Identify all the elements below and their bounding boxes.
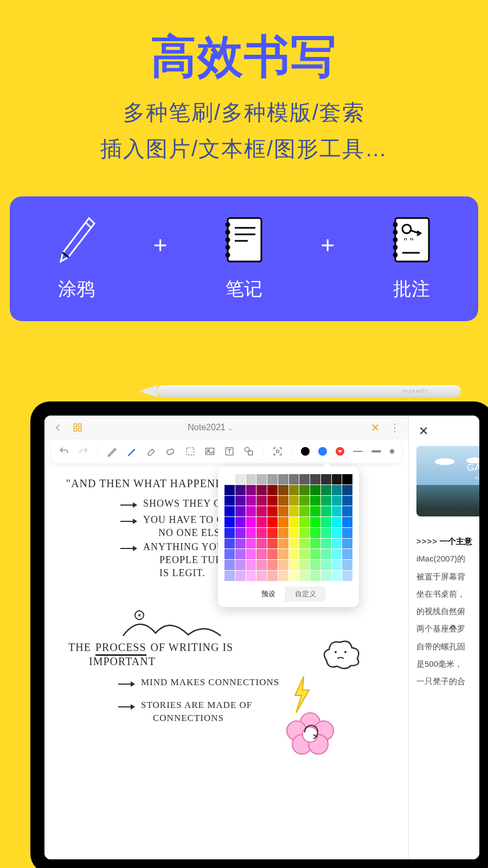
- stroke-thin-icon[interactable]: [353, 451, 363, 452]
- color-cell[interactable]: [246, 571, 256, 581]
- more-icon[interactable]: ⋮: [390, 423, 400, 432]
- color-cell[interactable]: [321, 474, 331, 484]
- color-cell[interactable]: [235, 539, 246, 549]
- color-cell[interactable]: [310, 560, 320, 570]
- color-cell[interactable]: [256, 571, 267, 581]
- color-cell[interactable]: [310, 496, 320, 506]
- color-cell[interactable]: [342, 539, 352, 549]
- color-cell[interactable]: [289, 539, 299, 549]
- color-cell[interactable]: [235, 549, 246, 559]
- document-title[interactable]: Note2021⌄: [60, 423, 361, 432]
- color-cell[interactable]: [289, 506, 299, 516]
- color-cell[interactable]: [256, 474, 267, 484]
- color-cell[interactable]: [246, 528, 256, 538]
- color-cell[interactable]: [342, 560, 352, 570]
- color-cell[interactable]: [289, 528, 299, 538]
- color-cell[interactable]: [321, 528, 331, 538]
- color-cell[interactable]: [256, 485, 267, 495]
- color-red-swatch[interactable]: [336, 447, 344, 456]
- color-cell[interactable]: [278, 560, 288, 570]
- color-cell[interactable]: [310, 571, 320, 581]
- color-cell[interactable]: [278, 539, 288, 549]
- color-cell[interactable]: [310, 474, 320, 484]
- color-cell[interactable]: [289, 485, 299, 495]
- color-cell[interactable]: [342, 571, 352, 581]
- color-cell[interactable]: [289, 549, 299, 559]
- color-cell[interactable]: [332, 549, 342, 559]
- color-black-swatch[interactable]: [301, 447, 310, 456]
- star-close-icon[interactable]: [370, 423, 380, 432]
- color-cell[interactable]: [256, 528, 267, 538]
- color-cell[interactable]: [310, 539, 320, 549]
- lasso-tool-icon[interactable]: [185, 446, 196, 457]
- color-cell[interactable]: [321, 485, 331, 495]
- color-cell[interactable]: [342, 474, 352, 484]
- color-cell[interactable]: [267, 571, 278, 581]
- scan-tool-icon[interactable]: [272, 446, 283, 457]
- eraser-outline-icon[interactable]: [146, 446, 157, 457]
- color-cell[interactable]: [278, 474, 288, 484]
- color-cell[interactable]: [310, 485, 320, 495]
- color-cell[interactable]: [267, 549, 278, 559]
- stroke-dot-icon[interactable]: [390, 449, 394, 454]
- custom-tab[interactable]: 自定义: [285, 586, 326, 602]
- color-cell[interactable]: [224, 485, 235, 495]
- text-tool-icon[interactable]: [224, 446, 235, 457]
- color-cell[interactable]: [321, 496, 331, 506]
- color-cell[interactable]: [321, 560, 331, 570]
- undo-icon[interactable]: [59, 446, 69, 457]
- color-cell[interactable]: [256, 496, 267, 506]
- color-cell[interactable]: [224, 571, 235, 581]
- color-cell[interactable]: [310, 506, 320, 516]
- image-tool-icon[interactable]: [204, 446, 215, 457]
- color-cell[interactable]: [246, 474, 256, 484]
- color-cell[interactable]: [267, 474, 278, 484]
- eraser-fill-icon[interactable]: [165, 446, 176, 457]
- color-cell[interactable]: [246, 496, 256, 506]
- highlighter-tool-icon[interactable]: [126, 446, 137, 457]
- color-cell[interactable]: [224, 506, 235, 516]
- color-cell[interactable]: [321, 549, 331, 559]
- color-grid[interactable]: [224, 474, 352, 581]
- color-cell[interactable]: [342, 506, 352, 516]
- color-cell[interactable]: [278, 517, 288, 527]
- close-icon[interactable]: ✕: [416, 422, 479, 446]
- color-cell[interactable]: [299, 485, 310, 495]
- color-cell[interactable]: [235, 474, 246, 484]
- color-cell[interactable]: [299, 528, 310, 538]
- color-cell[interactable]: [278, 549, 288, 559]
- color-cell[interactable]: [332, 474, 342, 484]
- color-cell[interactable]: [342, 496, 352, 506]
- color-cell[interactable]: [246, 517, 256, 527]
- color-cell[interactable]: [235, 560, 246, 570]
- color-cell[interactable]: [224, 528, 235, 538]
- color-cell[interactable]: [224, 560, 235, 570]
- color-cell[interactable]: [342, 528, 352, 538]
- color-cell[interactable]: [299, 549, 310, 559]
- color-cell[interactable]: [278, 485, 288, 495]
- color-cell[interactable]: [332, 539, 342, 549]
- color-cell[interactable]: [289, 571, 299, 581]
- color-cell[interactable]: [256, 517, 267, 527]
- color-cell[interactable]: [332, 496, 342, 506]
- color-cell[interactable]: [224, 549, 235, 559]
- pen-tool-icon[interactable]: [107, 446, 118, 457]
- color-cell[interactable]: [332, 517, 342, 527]
- color-cell[interactable]: [321, 506, 331, 516]
- color-cell[interactable]: [310, 549, 320, 559]
- color-cell[interactable]: [246, 560, 256, 570]
- color-cell[interactable]: [289, 560, 299, 570]
- color-cell[interactable]: [310, 517, 320, 527]
- color-cell[interactable]: [224, 474, 235, 484]
- redo-icon[interactable]: [78, 446, 89, 457]
- color-cell[interactable]: [235, 506, 246, 516]
- color-cell[interactable]: [267, 517, 278, 527]
- color-cell[interactable]: [224, 517, 235, 527]
- color-cell[interactable]: [310, 528, 320, 538]
- color-cell[interactable]: [235, 517, 246, 527]
- color-cell[interactable]: [299, 496, 310, 506]
- color-cell[interactable]: [332, 485, 342, 495]
- color-blue-swatch[interactable]: [318, 447, 327, 456]
- color-cell[interactable]: [256, 549, 267, 559]
- color-cell[interactable]: [342, 549, 352, 559]
